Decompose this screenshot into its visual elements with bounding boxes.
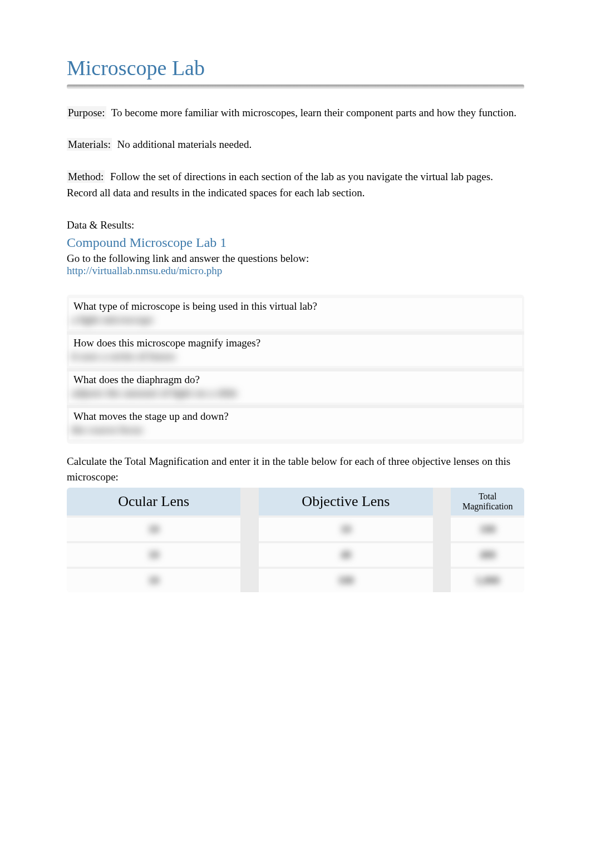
cell-total: 1,000 [451,567,524,592]
section-intro: Go to the following link and answer the … [67,252,524,265]
cell-total: 100 [451,515,524,541]
qa-item: What does the diaphragm do? adjusts the … [67,371,524,403]
method-paragraph: Method: Follow the set of directions in … [67,168,524,201]
page-title: Microscope Lab [67,56,524,80]
cell-objective: 40 [259,541,432,567]
section-heading: Compound Microscope Lab 1 [67,235,524,250]
materials-text: No additional materials needed. [117,138,252,150]
qa-panel: What type of microscope is being used in… [67,295,524,444]
title-divider [67,85,524,89]
answer-text: a light microscope [71,314,153,326]
qa-item: How does this microscope magnify images?… [67,335,524,366]
cell-ocular: 10 [67,515,240,541]
answer-text: it uses a series of lenses [71,350,175,363]
answer-row: a light microscope [69,313,522,329]
purpose-label: Purpose: [67,106,106,119]
cell-objective: 10 [259,515,432,541]
method-label: Method: [67,170,105,183]
purpose-paragraph: Purpose: To become more familiar with mi… [67,105,524,121]
column-separator [240,567,259,592]
answer-text: the coarse focus [71,424,143,436]
cell-objective: 100 [259,567,432,592]
cell-total: 400 [451,541,524,567]
cell-ocular: 10 [67,541,240,567]
magnification-table: Ocular Lens Objective Lens Total Magnifi… [67,488,524,592]
header-objective: Objective Lens [259,488,432,515]
qa-item: What moves the stage up and down? the co… [67,408,524,439]
cell-ocular: 10 [67,567,240,592]
column-separator [433,515,451,541]
column-separator [240,541,259,567]
table-row: 10 40 400 [67,541,524,567]
column-separator [240,515,259,541]
answer-text: adjusts the amount of light on a slide [71,387,237,399]
purpose-text: To become more familiar with microscopes… [111,107,516,118]
question-text: What moves the stage up and down? [69,408,522,423]
header-ocular: Ocular Lens [67,488,240,515]
question-text: What type of microscope is being used in… [69,298,522,313]
answer-row: adjusts the amount of light on a slide [69,386,522,403]
materials-paragraph: Materials: No additional materials neede… [67,136,524,152]
table-row: 10 100 1,000 [67,567,524,592]
qa-item: What type of microscope is being used in… [67,298,524,329]
materials-label: Materials: [67,138,112,151]
question-text: How does this microscope magnify images? [69,335,522,349]
header-total: Total Magnification [451,488,524,515]
column-separator [433,488,451,515]
answer-row: the coarse focus [69,423,522,439]
answer-row: it uses a series of lenses [69,349,522,366]
calculation-instruction: Calculate the Total Magnification and en… [67,454,524,484]
table-header-row: Ocular Lens Objective Lens Total Magnifi… [67,488,524,515]
column-separator [433,567,451,592]
column-separator [240,488,259,515]
method-text: Follow the set of directions in each sec… [67,171,493,199]
column-separator [433,541,451,567]
table-row: 10 10 100 [67,515,524,541]
data-results-label: Data & Results: [67,217,524,233]
virtual-lab-link[interactable]: http://virtuallab.nmsu.edu/micro.php [67,265,222,276]
question-text: What does the diaphragm do? [69,371,522,386]
